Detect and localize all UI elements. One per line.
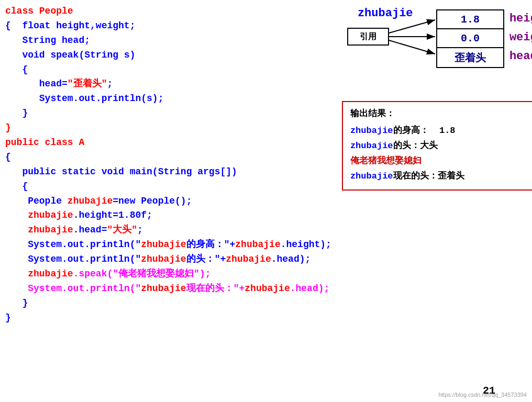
svg-line-1	[389, 20, 435, 33]
field-weight-value: 0.0	[437, 29, 503, 48]
code-line-20: System.out.println("zhubajie现在的头："+zhuba…	[5, 282, 331, 296]
field-height-value: 1.8	[437, 10, 503, 29]
code-line-17: System.out.println("zhubajie的身高："+zhubaj…	[5, 238, 331, 252]
field-head-value: 歪着头	[437, 48, 503, 67]
code-line-22: }	[5, 311, 331, 326]
page-url: https://blog.csdn.net/qq_34573394	[438, 392, 527, 398]
field-label-head: head	[509, 47, 532, 66]
code-line-11: {	[5, 150, 331, 165]
output-box: 输出结果： zhubajie的身高： 1.8 zhubajie的头：大头 俺老猪…	[342, 101, 532, 191]
code-area: class People { float height,weight; Stri…	[0, 0, 337, 402]
code-line-6: head="歪着头";	[5, 77, 331, 92]
code-line-12: public static void main(String args[])	[5, 165, 331, 180]
code-line-19: zhubajie.speak("俺老猪我想娶媳妇");	[5, 267, 331, 282]
code-line-9: }	[5, 121, 331, 136]
code-line-5: {	[5, 63, 331, 77]
code-line-8: }	[5, 106, 331, 121]
object-name-label: zhubajie	[358, 7, 413, 20]
svg-line-3	[389, 40, 435, 54]
object-diagram: zhubajie 引用 1.8 0.0 歪着头 height weight he…	[342, 7, 532, 96]
code-line-16: zhubajie.head="大头";	[5, 223, 331, 238]
ref-box: 引用	[347, 28, 389, 46]
main-container: class People { float height,weight; Stri…	[0, 0, 532, 402]
code-line-21: }	[5, 296, 331, 311]
field-label-weight: weight	[509, 28, 532, 47]
field-labels: height weight head	[509, 9, 532, 66]
code-line-14: People zhubajie=new People();	[5, 194, 331, 209]
output-line-4: zhubajie现在的头：歪着头	[350, 169, 532, 184]
code-line-13: {	[5, 180, 331, 194]
output-title: 输出结果：	[350, 107, 532, 119]
object-memory-box: 1.8 0.0 歪着头	[436, 9, 504, 68]
code-line-10: public class A	[5, 136, 331, 150]
output-line-1: zhubajie的身高： 1.8	[350, 124, 532, 139]
code-line-3: String head;	[5, 34, 331, 48]
code-line-1: class People	[5, 4, 331, 19]
right-area: zhubajie 引用 1.8 0.0 歪着头 height weight he…	[337, 0, 532, 402]
code-line-4: void speak(String s)	[5, 48, 331, 63]
code-line-7: System.out.println(s);	[5, 92, 331, 106]
code-line-18: System.out.println("zhubajie的头："+zhubaji…	[5, 252, 331, 267]
code-line-2: { float height,weight;	[5, 19, 331, 34]
output-line-3: 俺老猪我想娶媳妇	[350, 154, 532, 169]
field-label-height: height	[509, 9, 532, 28]
output-line-2: zhubajie的头：大头	[350, 139, 532, 154]
code-line-15: zhubajie.height=1.80f;	[5, 208, 331, 223]
